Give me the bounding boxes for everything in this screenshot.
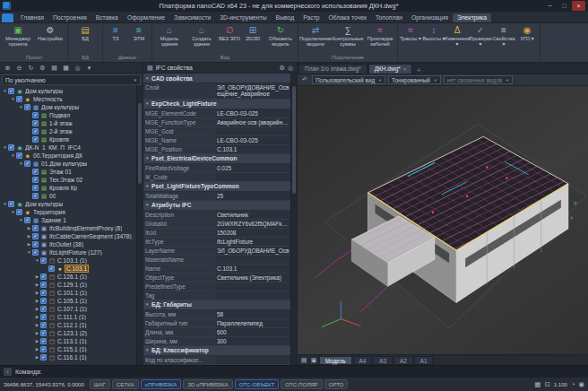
ribbon-button[interactable]: ⊞2D/3D: [241, 24, 264, 54]
property-row[interactable]: MGE_FunctionTypeАварийное осв (аварийног…: [143, 118, 291, 127]
tree-item[interactable]: ▶✓▢С.116.1 (1): [0, 353, 143, 361]
close-button[interactable]: ×: [572, 1, 585, 11]
tree-item[interactable]: ▼✓▦Здание 1: [0, 216, 143, 224]
properties-pin-icon[interactable]: ◎: [288, 65, 293, 72]
ribbon-button[interactable]: ⚙Настройки: [34, 24, 66, 54]
ribbon-tab[interactable]: Главная: [16, 13, 48, 22]
new-document-tab-button[interactable]: +: [413, 67, 424, 74]
tree-closed-arrow-icon[interactable]: ▶: [34, 291, 40, 295]
tree-checkbox[interactable]: ✓: [40, 274, 47, 280]
display-settings-icon[interactable]: ▦: [534, 380, 540, 388]
tree-item[interactable]: ▶✓▢С.111.1 (1): [0, 313, 143, 321]
tree-checkbox[interactable]: ✓: [40, 290, 47, 296]
tree-closed-arrow-icon[interactable]: ▶: [34, 282, 40, 287]
tree-open-arrow-icon[interactable]: ▼: [34, 258, 40, 263]
property-section-header[interactable]: ▼БД: Классификатор: [143, 346, 291, 356]
tree-open-arrow-icon[interactable]: ▼: [10, 210, 16, 214]
tree-item[interactable]: ▼✓▢С.103.1 (1): [0, 256, 143, 265]
property-row[interactable]: NameС.103.1: [143, 265, 291, 274]
tree-checkbox[interactable]: ✓: [8, 201, 14, 207]
layers-icon[interactable]: ▤: [49, 65, 59, 72]
ribbon-tab[interactable]: Облака точек: [324, 13, 371, 22]
property-section-header[interactable]: ▼CAD свойства: [143, 74, 291, 83]
ribbon-button[interactable]: ≡ЭТМ: [127, 24, 151, 54]
document-tab[interactable]: ДКН.dwg*×: [368, 64, 413, 74]
add-icon[interactable]: ⊕: [3, 65, 13, 72]
tree-open-arrow-icon[interactable]: ▼: [2, 145, 8, 150]
tree-closed-arrow-icon[interactable]: ▶: [26, 234, 32, 239]
annotation-visibility-icon[interactable]: ◔: [571, 380, 575, 388]
tree-checkbox[interactable]: ✓: [32, 241, 39, 248]
tree-item[interactable]: ▼✓◉ДК-N_1_КМ_П_IFC4: [0, 143, 143, 152]
linked-views-dropdown[interactable]: нет связанных видов ▼: [444, 75, 513, 84]
tree-checkbox[interactable]: ✓: [8, 88, 14, 94]
tree-item[interactable]: ▼✓▣IfcLightFixture (127): [0, 248, 143, 256]
property-row[interactable]: Длина, мм600: [143, 328, 291, 337]
ribbon-tab[interactable]: 3D-инструменты: [215, 13, 271, 22]
tree-checkbox[interactable]: ✓: [24, 104, 30, 110]
notifications-icon[interactable]: ◉: [578, 380, 584, 388]
tree-item[interactable]: ✓▤00: [0, 192, 143, 200]
property-row[interactable]: IfcTypeIfcLightFixture: [143, 238, 291, 247]
tree-checkbox[interactable]: ✓: [16, 96, 22, 102]
tree-item[interactable]: ▶✓▢С.123.1 (2): [0, 329, 143, 337]
ribbon-tab[interactable]: Растр: [298, 13, 324, 22]
tree-open-arrow-icon[interactable]: ▼: [18, 218, 24, 222]
tree-checkbox[interactable]: ✓: [32, 249, 39, 256]
settings-icon[interactable]: ⚙: [38, 65, 48, 72]
tree-closed-arrow-icon[interactable]: ▶: [34, 299, 40, 303]
tree-closed-arrow-icon[interactable]: ▶: [34, 315, 40, 319]
tree-checkbox[interactable]: ✓: [32, 169, 39, 175]
tree-checkbox[interactable]: ✓: [32, 185, 39, 191]
tree-closed-arrow-icon[interactable]: ▶: [34, 355, 40, 360]
tree-open-arrow-icon[interactable]: ▼: [10, 153, 16, 158]
document-tab[interactable]: План 1го этажа.dwg*: [298, 64, 368, 74]
view-history-back-icon[interactable]: ↶: [300, 76, 309, 83]
tree-item[interactable]: ▶✓▣IfcCableCarrierSegment (3478): [0, 232, 143, 240]
ribbon-tab[interactable]: Оформление: [123, 13, 169, 22]
status-toggle[interactable]: оПРИВЯЗКА: [141, 379, 182, 389]
ribbon-button[interactable]: ≡ТЗ: [104, 24, 127, 54]
tree-checkbox[interactable]: ✓: [40, 282, 47, 288]
tree-item[interactable]: ▶✓▣IfcOutlet (38): [0, 240, 143, 248]
tree-item[interactable]: ▼✓■Территория: [0, 208, 143, 216]
close-tab-icon[interactable]: ×: [403, 66, 407, 72]
property-row[interactable]: MaterialsName: [143, 256, 291, 265]
tree-checkbox[interactable]: ✓: [32, 128, 39, 135]
tree-checkbox[interactable]: ✓: [16, 152, 22, 159]
tree-item[interactable]: ✓▤Этаж 01: [0, 168, 143, 176]
view-preset-dropdown[interactable]: Пользовательский вид ▼: [312, 75, 385, 84]
tree-checkbox[interactable]: ✓: [24, 161, 30, 167]
ribbon-button[interactable]: ⌂Модель здания: [153, 24, 186, 54]
status-toggle[interactable]: ОРТО: [324, 379, 349, 389]
ribbon-button[interactable]: ∅БЕЗ ЭГО: [218, 24, 241, 54]
tree-open-arrow-icon[interactable]: ▼: [18, 105, 24, 109]
ribbon-button[interactable]: ∑Контрольные суммы: [332, 24, 364, 54]
ribbon-button[interactable]: ↻Обновить модель: [264, 24, 297, 54]
tree-item[interactable]: ▶✓▣IfcBuildingElementProxy (8): [0, 224, 143, 232]
maximize-button[interactable]: □: [558, 1, 571, 11]
properties-settings-icon[interactable]: ⚙: [280, 65, 285, 72]
layout-list-icon[interactable]: ▤: [299, 357, 308, 364]
property-row[interactable]: Tag: [143, 291, 291, 300]
property-row[interactable]: PredefinedType: [143, 282, 291, 291]
remove-icon[interactable]: ⊖: [14, 65, 24, 72]
tree-item[interactable]: ▼✓■00.Территория ДК: [0, 152, 143, 160]
ribbon-button[interactable]: ◉УГО ▾: [515, 24, 539, 54]
tree-checkbox[interactable]: ✓: [40, 338, 47, 344]
property-row[interactable]: DescriptionСветильник: [143, 211, 291, 220]
tree-open-arrow-icon[interactable]: ▼: [26, 250, 32, 255]
property-row[interactable]: Высота, мм58: [143, 310, 291, 319]
property-row[interactable]: IK_Code: [143, 173, 291, 182]
tree-open-arrow-icon[interactable]: ▼: [2, 89, 8, 93]
tree-item[interactable]: ▼✓▦Дом культуры: [0, 103, 143, 111]
ribbon-button[interactable]: ΔИзменения ▾: [445, 24, 469, 54]
property-row[interactable]: LayerNameЭЛ_ОБОРУДОВАНИЕ_Осв: [143, 247, 291, 256]
layout-tab[interactable]: Модель: [319, 356, 352, 365]
tree-checkbox[interactable]: ✓: [40, 298, 47, 304]
ribbon-tab[interactable]: Построения: [48, 13, 91, 22]
tree-item[interactable]: ▼✓◉Дом культуры: [0, 87, 143, 95]
tree-checkbox[interactable]: ✓: [32, 120, 39, 126]
ribbon-button[interactable]: ↕Высоты ▾: [422, 24, 445, 54]
layout-tab[interactable]: А1: [414, 356, 434, 365]
